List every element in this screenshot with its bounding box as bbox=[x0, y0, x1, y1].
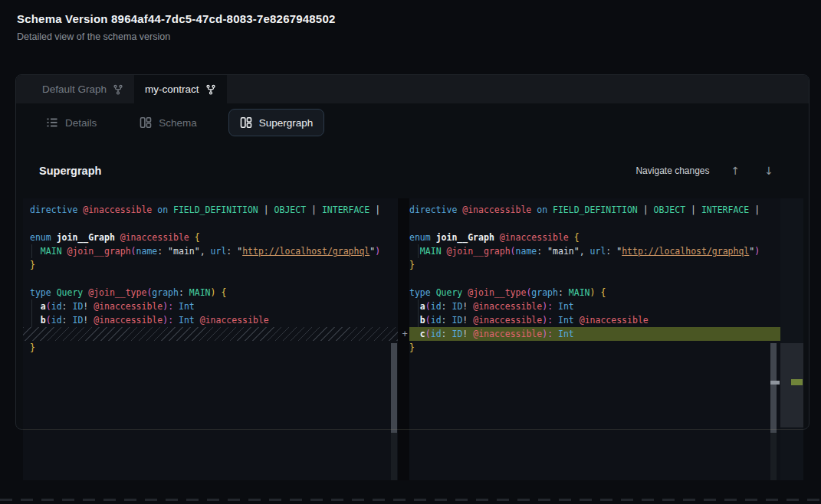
panel-title: Supergraph bbox=[39, 165, 101, 177]
subtab-schema[interactable]: Schema bbox=[128, 109, 209, 136]
code-line: enum join__Graph @inaccessible { bbox=[30, 231, 398, 244]
diff-pane-original[interactable]: directive @inaccessible on FIELD_DEFINIT… bbox=[23, 198, 398, 480]
code-line: type Query @join__type(graph: MAIN) { bbox=[30, 286, 398, 299]
navigate-changes-label: Navigate changes bbox=[635, 165, 709, 176]
fork-icon bbox=[113, 84, 123, 95]
subtab-schema-label: Schema bbox=[159, 117, 197, 129]
supergraph-panel-header: Supergraph Navigate changes ↑ ↓ bbox=[16, 142, 809, 199]
layout-icon bbox=[240, 116, 252, 129]
right-scrollbar-track[interactable] bbox=[770, 433, 777, 480]
code-line: directive @inaccessible on FIELD_DEFINIT… bbox=[30, 203, 398, 217]
next-change-button[interactable]: ↓ bbox=[761, 163, 777, 178]
subtab-details-label: Details bbox=[65, 117, 97, 129]
fork-icon bbox=[205, 84, 216, 95]
card-bottom-border-line bbox=[23, 429, 803, 430]
navigate-changes-group: Navigate changes ↑ ↓ bbox=[635, 163, 777, 178]
code-line: } bbox=[30, 341, 398, 355]
minimap[interactable] bbox=[780, 198, 803, 480]
view-subtab-row: Details Schema Supergraph bbox=[16, 103, 809, 142]
page-header: Schema Version 8964af44-7dc5-47cd-8083-7… bbox=[17, 12, 336, 42]
code-line bbox=[30, 217, 398, 231]
added-code-line: c(id: ID! @inaccessible): Int bbox=[409, 327, 780, 341]
indent-guide bbox=[31, 244, 32, 258]
bottom-dashed-divider bbox=[0, 499, 821, 501]
code-line: type Query @join__type(graph: MAIN) { bbox=[409, 286, 780, 299]
subtab-supergraph-label: Supergraph bbox=[259, 117, 314, 129]
left-scrollbar-track[interactable] bbox=[391, 433, 397, 480]
indent-guide bbox=[418, 244, 419, 258]
list-icon bbox=[46, 116, 58, 129]
left-scrollbar-thumb[interactable] bbox=[391, 343, 397, 433]
tab-default-graph-label: Default Graph bbox=[42, 83, 107, 95]
tab-default-graph[interactable]: Default Graph bbox=[31, 75, 134, 103]
right-scrollbar-thumb[interactable] bbox=[770, 343, 777, 433]
indent-guide bbox=[31, 299, 32, 327]
tab-my-contract-label: my-contract bbox=[145, 83, 199, 95]
code-line bbox=[30, 272, 398, 286]
minimap-added-change-mark bbox=[791, 379, 803, 385]
graph-tab-strip: Default Graph my-contract bbox=[16, 75, 809, 103]
code-line: } bbox=[409, 258, 780, 272]
supergraph-diff-editor: directive @inaccessible on FIELD_DEFINIT… bbox=[23, 198, 803, 480]
code-line: MAIN @join__graph(name: "main", url: "ht… bbox=[30, 244, 398, 258]
indent-guide bbox=[418, 299, 419, 327]
code-line: MAIN @join__graph(name: "main", url: "ht… bbox=[409, 244, 780, 258]
code-line bbox=[409, 217, 780, 231]
subtab-supergraph[interactable]: Supergraph bbox=[228, 109, 325, 136]
code-line bbox=[409, 272, 780, 286]
code-line: } bbox=[30, 258, 398, 272]
code-line: b(id: ID! @inaccessible): Int @inaccessi… bbox=[409, 313, 780, 327]
diff-pane-modified[interactable]: directive @inaccessible on FIELD_DEFINIT… bbox=[409, 198, 780, 480]
scrollbar-position-mark bbox=[770, 381, 780, 385]
previous-change-button[interactable]: ↑ bbox=[728, 163, 744, 178]
diff-insert-marker: + bbox=[399, 327, 410, 341]
subtab-details[interactable]: Details bbox=[34, 109, 108, 136]
minimap-slider[interactable] bbox=[780, 343, 803, 427]
page-title: Schema Version 8964af44-7dc5-47cd-8083-7… bbox=[17, 12, 336, 25]
page-subtitle: Detailed view of the schema version bbox=[17, 31, 336, 42]
code-line: directive @inaccessible on FIELD_DEFINIT… bbox=[409, 203, 780, 217]
code-line: } bbox=[409, 341, 780, 355]
tab-my-contract[interactable]: my-contract bbox=[134, 75, 227, 103]
code-line: enum join__Graph @inaccessible { bbox=[409, 231, 780, 244]
code-line: a(id: ID! @inaccessible): Int bbox=[30, 299, 398, 313]
code-line: a(id: ID! @inaccessible): Int bbox=[409, 299, 780, 313]
collapsed-change-placeholder bbox=[23, 327, 398, 341]
layout-icon bbox=[140, 116, 152, 129]
code-line: b(id: ID! @inaccessible): Int @inaccessi… bbox=[30, 313, 398, 327]
